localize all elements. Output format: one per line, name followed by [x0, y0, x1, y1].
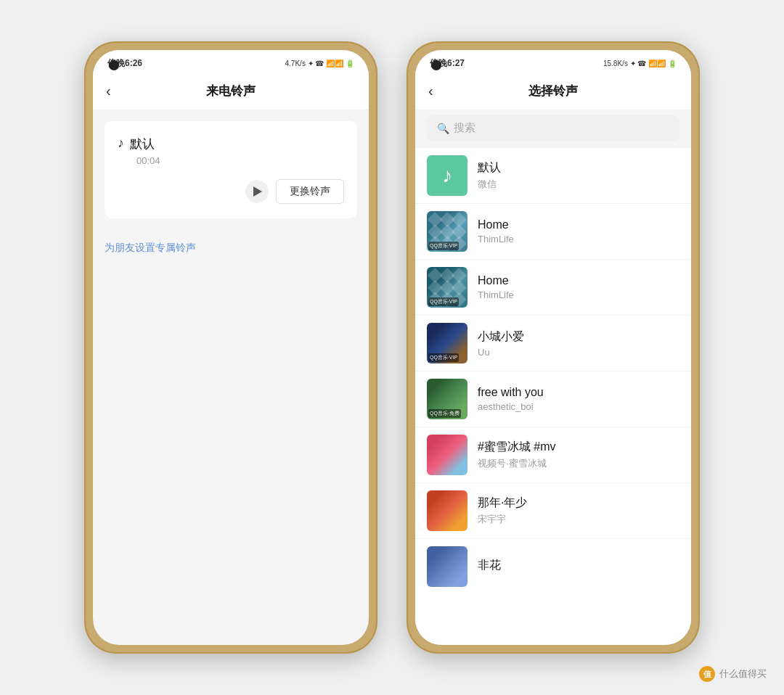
right-phone: 傍晚6:27 15.8K/s ✦ ☎ 📶📶 🔋 ‹ 选择铃声 🔍 搜索: [407, 41, 700, 654]
status-bar-right: 傍晚6:27 15.8K/s ✦ ☎ 📶📶 🔋: [415, 50, 691, 73]
search-bar[interactable]: 🔍 搜索: [427, 115, 679, 141]
song-title-xiaocheng: 小城小爱: [478, 329, 679, 345]
qq-badge-xiaocheng: QQ音乐·VIP: [428, 353, 459, 362]
song-thumb-mxbc: [427, 435, 467, 475]
song-title-home1: Home: [478, 218, 679, 231]
ringtone-name: 默认: [130, 136, 155, 152]
change-btn-row: 更换铃声: [118, 179, 344, 204]
song-title-feihua: 非花: [478, 558, 679, 573]
left-phone: 傍晚6:26 4.7K/s ✦ ☎ 📶📶 🔋 ‹ 来电铃声 ♪ 默认 00:04: [84, 41, 377, 654]
back-button-left[interactable]: ‹: [106, 83, 111, 99]
song-artist-free: aesthetic_boi: [478, 401, 679, 412]
song-thumb-free: QQ音乐·免费: [427, 379, 467, 419]
music-note-icon: ♪: [118, 136, 124, 151]
song-artist-mxbc: 视频号·蜜雪冰城: [478, 457, 679, 470]
play-button[interactable]: [245, 180, 269, 203]
status-bar-left: 傍晚6:26 4.7K/s ✦ ☎ 📶📶 🔋: [93, 50, 369, 73]
status-icons-right: 15.8K/s ✦ ☎ 📶📶 🔋: [603, 59, 677, 67]
ringtone-duration: 00:04: [136, 155, 344, 166]
camera-left: [109, 60, 119, 70]
song-artist-home1: ThimLife: [478, 234, 679, 244]
song-thumb-home2: QQ音乐·VIP: [427, 267, 467, 308]
song-meta-feihua: 非花: [478, 558, 679, 575]
search-icon: 🔍: [437, 123, 449, 134]
song-list: ♪ 默认 微信: [415, 148, 691, 645]
right-header: ‹ 选择铃声: [415, 73, 691, 110]
song-artist-home2: ThimLife: [478, 289, 679, 300]
song-thumb-default: ♪: [427, 155, 467, 196]
song-meta-home1: Home ThimLife: [478, 218, 679, 244]
qq-badge-home2: QQ音乐·VIP: [428, 297, 459, 306]
song-meta-nanian: 那年·年少 宋宇宇: [478, 495, 679, 526]
song-item-default[interactable]: ♪ 默认 微信: [415, 148, 691, 204]
watermark-text: 什么值得买: [719, 667, 767, 680]
song-thumb-nanian: [427, 490, 467, 531]
qq-badge-home1: QQ音乐·VIP: [428, 242, 459, 250]
status-icons-left: 4.7K/s ✦ ☎ 📶📶 🔋: [285, 59, 354, 67]
song-title-mxbc: #蜜雪冰城 #mv: [478, 440, 679, 455]
ringtone-info: ♪ 默认: [118, 136, 344, 152]
song-meta-mxbc: #蜜雪冰城 #mv 视频号·蜜雪冰城: [478, 440, 679, 470]
left-page-title: 来电铃声: [206, 83, 256, 99]
right-page-title: 选择铃声: [528, 83, 578, 99]
song-item-xiaocheng[interactable]: QQ音乐·VIP 小城小爱 Uu: [415, 316, 691, 371]
camera-right: [431, 60, 441, 70]
qq-badge-free: QQ音乐·免费: [428, 409, 461, 418]
watermark: 值 什么值得买: [699, 666, 767, 682]
play-icon: [253, 186, 262, 197]
song-item-home1[interactable]: QQ音乐·VIP Home ThimLife: [415, 204, 691, 260]
song-meta-free: free with you aesthetic_boi: [478, 386, 679, 412]
song-item-feihua[interactable]: 非花: [415, 539, 691, 594]
search-placeholder: 搜索: [454, 121, 475, 135]
song-artist-nanian: 宋宇宇: [478, 513, 679, 526]
song-thumb-feihua: [427, 546, 467, 587]
song-title-free: free with you: [478, 386, 679, 399]
back-button-right[interactable]: ‹: [428, 83, 433, 99]
change-ringtone-button[interactable]: 更换铃声: [276, 179, 344, 204]
song-artist-xiaocheng: Uu: [478, 347, 679, 358]
song-item-nanian[interactable]: 那年·年少 宋宇宇: [415, 483, 691, 539]
song-meta-home2: Home ThimLife: [478, 274, 679, 300]
song-item-home2[interactable]: QQ音乐·VIP Home ThimLife: [415, 260, 691, 316]
song-title-default: 默认: [478, 160, 679, 176]
watermark-logo: 值: [699, 666, 715, 682]
left-header: ‹ 来电铃声: [93, 73, 369, 110]
music-note-default: ♪: [442, 164, 452, 187]
song-artist-default: 微信: [478, 178, 679, 191]
song-item-mxbc[interactable]: #蜜雪冰城 #mv 视频号·蜜雪冰城: [415, 427, 691, 483]
song-title-home2: Home: [478, 274, 679, 287]
song-meta-xiaocheng: 小城小爱 Uu: [478, 329, 679, 358]
ringtone-card: ♪ 默认 00:04 更换铃声: [105, 121, 357, 218]
song-meta-default: 默认 微信: [478, 160, 679, 191]
song-item-free[interactable]: QQ音乐·免费 free with you aesthetic_boi: [415, 371, 691, 427]
song-thumb-home1: QQ音乐·VIP: [427, 211, 467, 252]
friend-ringtone-link[interactable]: 为朋友设置专属铃声: [93, 230, 369, 266]
song-title-nanian: 那年·年少: [478, 495, 679, 511]
song-thumb-xiaocheng: QQ音乐·VIP: [427, 323, 467, 363]
